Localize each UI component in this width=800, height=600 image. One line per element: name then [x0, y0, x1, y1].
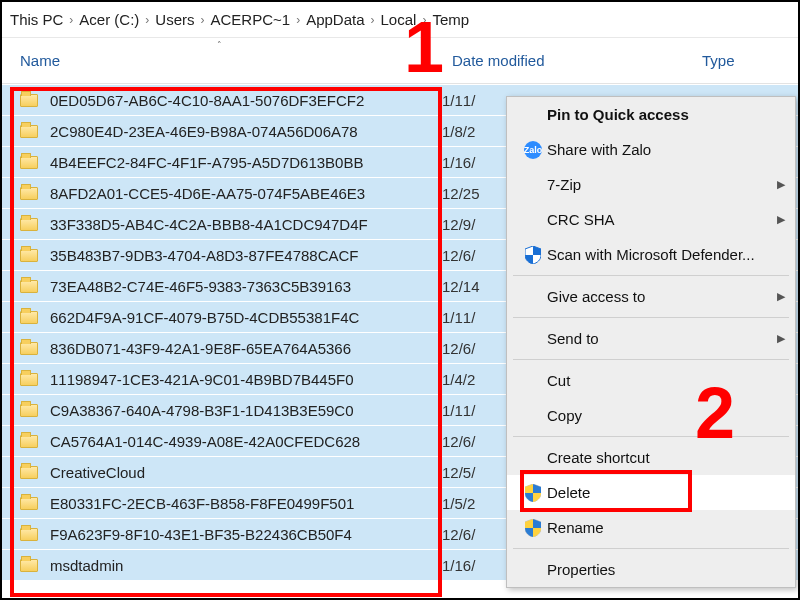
- chevron-right-icon: ›: [201, 13, 205, 27]
- uac-shield-icon: [519, 519, 547, 537]
- menu-label: Give access to: [547, 288, 795, 305]
- menu-label: 7-Zip: [547, 176, 795, 193]
- folder-icon: [20, 123, 40, 139]
- menu-label: Pin to Quick access: [547, 106, 795, 123]
- uac-shield-icon: [519, 484, 547, 502]
- folder-icon: [20, 309, 40, 325]
- column-type[interactable]: Type: [702, 52, 798, 69]
- menu-send-to[interactable]: Send to ▶: [507, 321, 795, 356]
- breadcrumb-segment[interactable]: Users: [155, 11, 194, 28]
- folder-icon: [20, 433, 40, 449]
- menu-separator: [513, 548, 789, 549]
- file-name: 662D4F9A-91CF-4079-B75D-4CDB55381F4C: [50, 309, 442, 326]
- column-date[interactable]: Date modified: [452, 52, 702, 69]
- folder-icon: [20, 402, 40, 418]
- menu-separator: [513, 436, 789, 437]
- file-name: 0ED05D67-AB6C-4C10-8AA1-5076DF3EFCF2: [50, 92, 442, 109]
- menu-label: Copy: [547, 407, 795, 424]
- breadcrumb-segment[interactable]: This PC: [10, 11, 63, 28]
- chevron-right-icon: ›: [371, 13, 375, 27]
- submenu-arrow-icon: ▶: [777, 178, 785, 191]
- file-name: 11198947-1CE3-421A-9C01-4B9BD7B445F0: [50, 371, 442, 388]
- folder-icon: [20, 557, 40, 573]
- folder-icon: [20, 278, 40, 294]
- breadcrumb-segment[interactable]: Temp: [432, 11, 469, 28]
- chevron-right-icon: ›: [69, 13, 73, 27]
- menu-rename[interactable]: Rename: [507, 510, 795, 545]
- menu-label: Share with Zalo: [547, 141, 795, 158]
- submenu-arrow-icon: ▶: [777, 332, 785, 345]
- menu-label: CRC SHA: [547, 211, 795, 228]
- menu-copy[interactable]: Copy: [507, 398, 795, 433]
- column-name[interactable]: Name: [2, 52, 452, 69]
- submenu-arrow-icon: ▶: [777, 213, 785, 226]
- file-name: 73EA48B2-C74E-46F5-9383-7363C5B39163: [50, 278, 442, 295]
- folder-icon: [20, 526, 40, 542]
- file-name: C9A38367-640A-4798-B3F1-1D413B3E59C0: [50, 402, 442, 419]
- folder-icon: [20, 92, 40, 108]
- column-headers: ˄ Name Date modified Type: [2, 38, 798, 84]
- context-menu: Pin to Quick access Zalo Share with Zalo…: [506, 96, 796, 588]
- defender-shield-icon: [519, 246, 547, 264]
- sort-caret-icon: ˄: [217, 40, 222, 50]
- menu-scan-defender[interactable]: Scan with Microsoft Defender...: [507, 237, 795, 272]
- menu-label: Delete: [547, 484, 795, 501]
- file-name: CreativeCloud: [50, 464, 442, 481]
- breadcrumb-segment[interactable]: Local: [381, 11, 417, 28]
- menu-share-zalo[interactable]: Zalo Share with Zalo: [507, 132, 795, 167]
- submenu-arrow-icon: ▶: [777, 290, 785, 303]
- menu-label: Send to: [547, 330, 795, 347]
- menu-separator: [513, 275, 789, 276]
- breadcrumb[interactable]: This PC›Acer (C:)›Users›ACERPC~1›AppData…: [2, 2, 798, 38]
- folder-icon: [20, 185, 40, 201]
- menu-7zip[interactable]: 7-Zip ▶: [507, 167, 795, 202]
- menu-label: Cut: [547, 372, 795, 389]
- menu-create-shortcut[interactable]: Create shortcut: [507, 440, 795, 475]
- breadcrumb-segment[interactable]: Acer (C:): [79, 11, 139, 28]
- file-name: E80331FC-2ECB-463F-B858-F8FE0499F501: [50, 495, 442, 512]
- menu-separator: [513, 359, 789, 360]
- file-name: 35B483B7-9DB3-4704-A8D3-87FE4788CACF: [50, 247, 442, 264]
- folder-icon: [20, 495, 40, 511]
- file-name: 4B4EEFC2-84FC-4F1F-A795-A5D7D613B0BB: [50, 154, 442, 171]
- file-name: F9A623F9-8F10-43E1-BF35-B22436CB50F4: [50, 526, 442, 543]
- folder-icon: [20, 247, 40, 263]
- chevron-right-icon: ›: [422, 13, 426, 27]
- file-name: 8AFD2A01-CCE5-4D6E-AA75-074F5ABE46E3: [50, 185, 442, 202]
- menu-separator: [513, 317, 789, 318]
- folder-icon: [20, 464, 40, 480]
- menu-delete[interactable]: Delete: [507, 475, 795, 510]
- menu-give-access[interactable]: Give access to ▶: [507, 279, 795, 314]
- folder-icon: [20, 216, 40, 232]
- file-name: 836DB071-43F9-42A1-9E8F-65EA764A5366: [50, 340, 442, 357]
- folder-icon: [20, 154, 40, 170]
- menu-label: Scan with Microsoft Defender...: [547, 246, 795, 263]
- menu-pin-quick-access[interactable]: Pin to Quick access: [507, 97, 795, 132]
- breadcrumb-segment[interactable]: ACERPC~1: [211, 11, 291, 28]
- folder-icon: [20, 371, 40, 387]
- menu-cut[interactable]: Cut: [507, 363, 795, 398]
- menu-label: Rename: [547, 519, 795, 536]
- menu-label: Properties: [547, 561, 795, 578]
- file-name: msdtadmin: [50, 557, 442, 574]
- breadcrumb-segment[interactable]: AppData: [306, 11, 364, 28]
- chevron-right-icon: ›: [296, 13, 300, 27]
- menu-properties[interactable]: Properties: [507, 552, 795, 587]
- file-name: 2C980E4D-23EA-46E9-B98A-074A56D06A78: [50, 123, 442, 140]
- menu-label: Create shortcut: [547, 449, 795, 466]
- menu-crc-sha[interactable]: CRC SHA ▶: [507, 202, 795, 237]
- folder-icon: [20, 340, 40, 356]
- file-name: CA5764A1-014C-4939-A08E-42A0CFEDC628: [50, 433, 442, 450]
- file-name: 33F338D5-AB4C-4C2A-BBB8-4A1CDC947D4F: [50, 216, 442, 233]
- zalo-icon: Zalo: [519, 141, 547, 159]
- chevron-right-icon: ›: [145, 13, 149, 27]
